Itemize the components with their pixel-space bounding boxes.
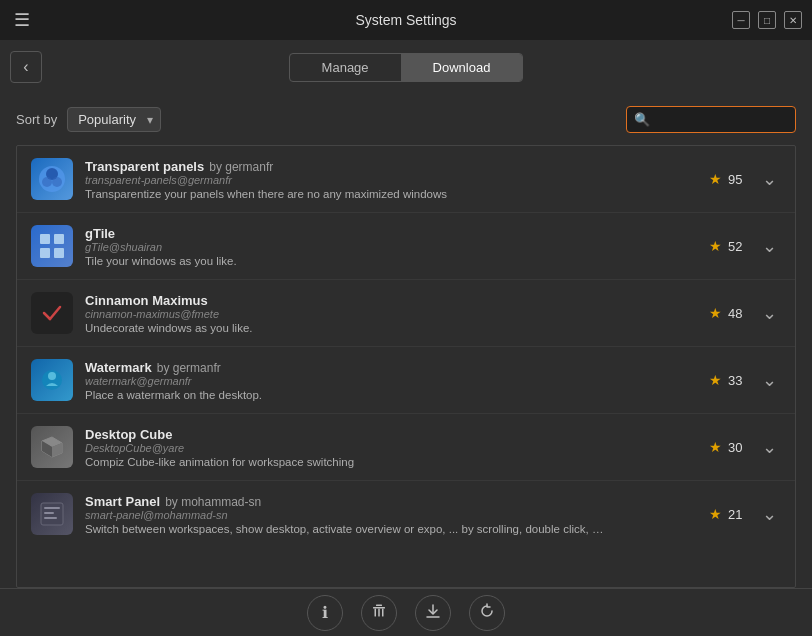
extension-info: Desktop Cube DesktopCube@yare Compiz Cub…	[85, 427, 697, 468]
tab-manage[interactable]: Manage	[290, 54, 401, 81]
main-window: ☰ System Settings ─ □ ✕ ‹ Manage Downloa…	[0, 0, 812, 636]
extension-meta: ★ 30 ⌄	[709, 434, 781, 460]
svg-point-3	[52, 177, 62, 187]
extension-icon	[31, 359, 73, 401]
svg-rect-6	[40, 248, 50, 258]
search-box: 🔍	[626, 106, 796, 133]
list-item[interactable]: Watermark by germanfr watermark@germanfr…	[17, 347, 795, 414]
extension-author: by germanfr	[157, 361, 221, 375]
refresh-button[interactable]	[469, 595, 505, 631]
titlebar-controls: ─ □ ✕	[732, 11, 802, 29]
extension-package: DesktopCube@yare	[85, 442, 697, 454]
expand-button[interactable]: ⌄	[758, 300, 781, 326]
tab-download[interactable]: Download	[401, 54, 523, 81]
sort-label: Sort by	[16, 112, 57, 127]
download-button[interactable]	[415, 595, 451, 631]
svg-rect-23	[378, 608, 380, 616]
sort-wrapper: Popularity Name Date	[67, 107, 161, 132]
star-icon: ★	[709, 506, 722, 522]
extension-score: 21	[728, 507, 752, 522]
expand-button[interactable]: ⌄	[758, 166, 781, 192]
list-item[interactable]: gTile gTile@shuairan Tile your windows a…	[17, 213, 795, 280]
star-icon: ★	[709, 372, 722, 388]
extension-meta: ★ 48 ⌄	[709, 300, 781, 326]
extension-info: gTile gTile@shuairan Tile your windows a…	[85, 226, 697, 267]
svg-rect-19	[44, 517, 57, 519]
refresh-icon	[479, 603, 495, 623]
window-title: System Settings	[355, 12, 456, 28]
svg-line-9	[50, 307, 60, 319]
titlebar-left: ☰	[10, 5, 34, 35]
extension-info: Transparent panels by germanfr transpare…	[85, 159, 697, 200]
svg-point-2	[42, 177, 52, 187]
back-button[interactable]: ‹	[10, 51, 42, 83]
extension-description: Compiz Cube-like animation for workspace…	[85, 456, 605, 468]
minimize-button[interactable]: ─	[732, 11, 750, 29]
star-icon: ★	[709, 171, 722, 187]
star-icon: ★	[709, 238, 722, 254]
titlebar: ☰ System Settings ─ □ ✕	[0, 0, 812, 40]
name-row: gTile	[85, 226, 697, 241]
extension-icon	[31, 493, 73, 535]
expand-button[interactable]: ⌄	[758, 501, 781, 527]
extension-meta: ★ 95 ⌄	[709, 166, 781, 192]
name-row: Watermark by germanfr	[85, 360, 697, 375]
star-icon: ★	[709, 305, 722, 321]
extension-score: 48	[728, 306, 752, 321]
list-item[interactable]: Desktop Cube DesktopCube@yare Compiz Cub…	[17, 414, 795, 481]
svg-rect-7	[54, 248, 64, 258]
extension-description: Transparentize your panels when there ar…	[85, 188, 605, 200]
sort-select[interactable]: Popularity Name Date	[67, 107, 161, 132]
extension-meta: ★ 52 ⌄	[709, 233, 781, 259]
extension-name: Cinnamon Maximus	[85, 293, 208, 308]
svg-rect-20	[373, 607, 385, 609]
extension-icon	[31, 225, 73, 267]
download-icon	[425, 603, 441, 623]
extension-name: Desktop Cube	[85, 427, 172, 442]
info-icon: ℹ	[322, 603, 328, 622]
delete-button[interactable]	[361, 595, 397, 631]
extension-description: Place a watermark on the desktop.	[85, 389, 605, 401]
expand-button[interactable]: ⌄	[758, 434, 781, 460]
extension-author: by mohammad-sn	[165, 495, 261, 509]
svg-rect-21	[376, 604, 382, 606]
extension-info: Cinnamon Maximus cinnamon-maximus@fmete …	[85, 293, 697, 334]
bottom-toolbar: ℹ	[0, 588, 812, 636]
name-row: Smart Panel by mohammad-sn	[85, 494, 697, 509]
expand-button[interactable]: ⌄	[758, 367, 781, 393]
extension-package: cinnamon-maximus@fmete	[85, 308, 697, 320]
svg-rect-18	[44, 512, 54, 514]
name-row: Desktop Cube	[85, 427, 697, 442]
list-item[interactable]: Cinnamon Maximus cinnamon-maximus@fmete …	[17, 280, 795, 347]
toolbar: ‹ Manage Download	[0, 40, 812, 94]
svg-rect-4	[40, 234, 50, 244]
extension-description: Undecorate windows as you like.	[85, 322, 605, 334]
list-item[interactable]: Transparent panels by germanfr transpare…	[17, 146, 795, 213]
extension-score: 52	[728, 239, 752, 254]
extension-score: 30	[728, 440, 752, 455]
maximize-button[interactable]: □	[758, 11, 776, 29]
close-button[interactable]: ✕	[784, 11, 802, 29]
expand-button[interactable]: ⌄	[758, 233, 781, 259]
extension-info: Smart Panel by mohammad-sn smart-panel@m…	[85, 494, 697, 535]
delete-icon	[371, 603, 387, 623]
extension-info: Watermark by germanfr watermark@germanfr…	[85, 360, 697, 401]
svg-point-11	[48, 372, 56, 380]
name-row: Cinnamon Maximus	[85, 293, 697, 308]
list-item[interactable]: Smart Panel by mohammad-sn smart-panel@m…	[17, 481, 795, 547]
extension-score: 33	[728, 373, 752, 388]
extension-icon	[31, 292, 73, 334]
extension-icon	[31, 426, 73, 468]
svg-rect-24	[382, 608, 384, 616]
extension-name: Watermark	[85, 360, 152, 375]
hamburger-icon[interactable]: ☰	[10, 5, 34, 35]
content-area: Sort by Popularity Name Date 🔍	[0, 94, 812, 588]
extension-description: Switch between workspaces, show desktop,…	[85, 523, 605, 535]
name-row: Transparent panels by germanfr	[85, 159, 697, 174]
extension-description: Tile your windows as you like.	[85, 255, 605, 267]
extension-meta: ★ 21 ⌄	[709, 501, 781, 527]
extension-icon	[31, 158, 73, 200]
extension-package: smart-panel@mohammad-sn	[85, 509, 697, 521]
info-button[interactable]: ℹ	[307, 595, 343, 631]
search-input[interactable]	[626, 106, 796, 133]
